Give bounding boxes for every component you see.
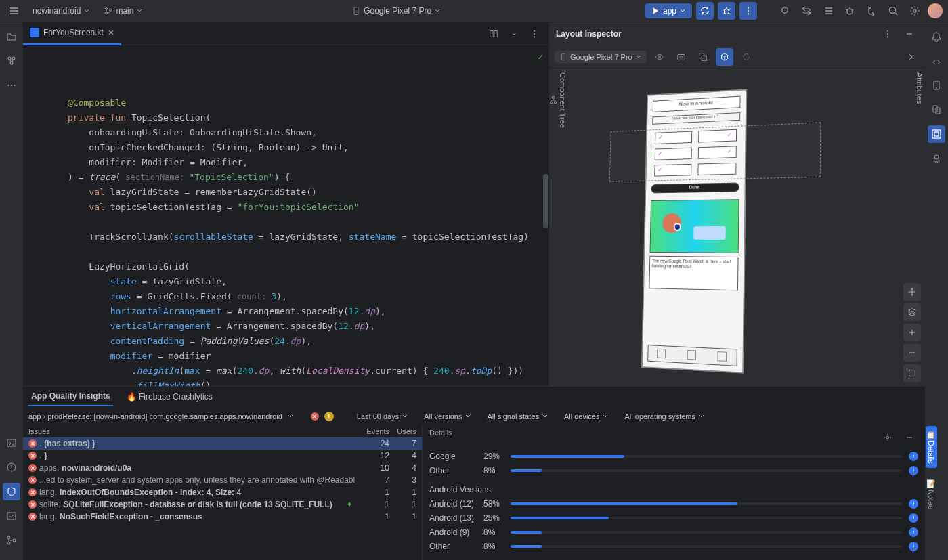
app-quality-icon[interactable] [3,483,20,500]
gradle-icon[interactable] [928,52,945,70]
svg-point-16 [14,85,15,86]
run-button[interactable]: app [645,3,692,18]
code-with-me-icon[interactable] [776,2,794,20]
hamburger-icon[interactable] [5,2,23,20]
dropdown-icon[interactable] [505,25,523,43]
svg-point-2 [110,9,112,11]
terminal-icon[interactable] [3,434,20,452]
avatar[interactable] [928,3,943,18]
project-tool-icon[interactable] [3,28,20,45]
zoom-out-icon[interactable] [903,344,921,362]
file-tab-label: ForYouScreen.kt [43,28,104,37]
time-filter[interactable]: Last 60 days [351,410,413,423]
error-filter-icon[interactable]: ✕ [311,412,319,421]
info-icon[interactable]: i [909,513,918,523]
os-filter[interactable]: All operating systems [619,410,710,423]
sync-icon[interactable] [798,2,815,20]
refresh-inspector-icon[interactable] [737,48,755,66]
left-toolbar [0,22,23,386]
svg-rect-43 [7,439,16,446]
svg-rect-26 [562,53,565,60]
app-quality-tab[interactable]: App Quality Insights [28,387,113,406]
detail-row: Other8%i [429,539,918,553]
module-breadcrumb[interactable]: app › prodRelease: [now-in-android] com.… [28,412,282,421]
refresh-button[interactable] [696,2,714,20]
minimize-icon[interactable] [901,25,918,43]
search-icon[interactable] [884,2,902,20]
emulator-icon[interactable] [928,77,945,94]
list-icon[interactable] [819,2,837,20]
branch-dropdown[interactable]: main [99,3,148,18]
inspector-canvas[interactable]: Component Tree Attributes Now in Android… [549,68,925,386]
snapshot-icon[interactable] [672,48,690,66]
svg-point-8 [847,9,853,14]
bug-icon[interactable] [841,2,859,20]
layout-inspector-pane: Layout Inspector Google Pixel 7 Pro Comp… [548,22,925,386]
more-button[interactable] [739,2,757,20]
inspector-device-dropdown[interactable]: Google Pixel 7 Pro [555,51,647,63]
info-icon[interactable]: i [909,527,918,537]
detail-row: Other8%i [429,463,918,477]
device-manager-icon[interactable] [928,101,945,119]
issue-row[interactable]: ✕sqlite.SQLiteFullException - database o… [23,498,422,511]
scrollbar[interactable] [543,174,548,228]
issue-row[interactable]: ✕lang.NoSuchFieldException - _consensus1… [23,511,422,523]
fit-icon[interactable] [903,364,921,382]
svg-rect-38 [933,106,937,112]
attributes-tab[interactable]: Attributes [914,68,925,108]
assistant-icon[interactable] [928,150,945,167]
inspector-more-icon[interactable] [879,25,897,43]
info-icon[interactable]: i [909,466,918,475]
git-icon[interactable] [863,2,880,20]
devices-filter[interactable]: All devices [559,410,614,423]
notifications-icon[interactable] [928,28,945,45]
code-editor[interactable]: ✓ @Composable private fun TopicSelection… [23,45,548,386]
crashlytics-tab[interactable]: 🔥 Firebase Crashlytics [124,388,215,406]
zoom-in-icon[interactable] [903,324,921,341]
details-sidetab[interactable]: 📋 Details [926,426,937,468]
notes-sidetab[interactable]: 📝 Notes [926,475,937,513]
component-tree-tab[interactable]: Component Tree [557,68,568,132]
issue-row[interactable]: ✕lang.IndexOutOfBoundsException - Index:… [23,486,422,498]
tree-icon[interactable] [549,96,557,104]
chevron-right-icon[interactable] [902,48,920,66]
debug-button[interactable] [718,2,735,20]
eye-icon[interactable] [651,48,668,66]
info-icon[interactable]: i [909,499,918,509]
layers-icon[interactable] [903,303,921,321]
project-dropdown[interactable]: nowinandroid [27,3,95,18]
svg-point-0 [106,8,108,10]
more-tool-icon[interactable] [3,77,20,94]
detail-row: Google29%i [429,449,918,463]
versions-filter[interactable]: All versions [418,410,476,423]
git-bottom-icon[interactable] [3,532,20,549]
problems-icon[interactable] [3,458,20,476]
details-pane: Details Google29%iOther8%i Android Versi… [423,426,925,560]
svg-rect-45 [7,513,16,519]
mode3d-icon[interactable] [716,48,733,66]
issue-row[interactable]: ✕. (has extras) }247 [23,437,422,450]
phone-3d-view[interactable]: Now in Android What are you interested i… [641,83,842,386]
device-dropdown[interactable]: Google Pixel 7 Pro [347,3,446,18]
tab-more-icon[interactable] [525,25,543,43]
bottom-panel: App Quality Insights 🔥 Firebase Crashlyt… [0,386,948,560]
version-control-icon[interactable] [3,507,20,525]
issue-row[interactable]: ✕apps.nowinandroid/u0a104 [23,462,422,474]
layout-inspector-icon[interactable] [928,125,945,143]
details-minimize-icon[interactable] [901,429,918,446]
settings-icon[interactable] [906,2,924,20]
structure-tool-icon[interactable] [3,52,20,70]
info-icon[interactable]: i [909,542,918,551]
issues-pane: Issues Events Users ✕. (has extras) }247… [23,426,423,560]
export-icon[interactable] [694,48,712,66]
details-settings-icon[interactable] [879,429,897,446]
issue-row[interactable]: ✕...ed to system_server and system apps … [23,474,422,486]
info-icon[interactable]: i [909,452,918,461]
file-tab[interactable]: ForYouScreen.kt [23,22,121,45]
pan-icon[interactable] [903,283,921,301]
issue-row[interactable]: ✕. }124 [23,450,422,462]
close-icon[interactable] [108,29,114,36]
signals-filter[interactable]: All signal states [481,410,553,423]
warning-filter-icon[interactable]: ! [324,412,334,421]
split-icon[interactable] [485,25,502,43]
